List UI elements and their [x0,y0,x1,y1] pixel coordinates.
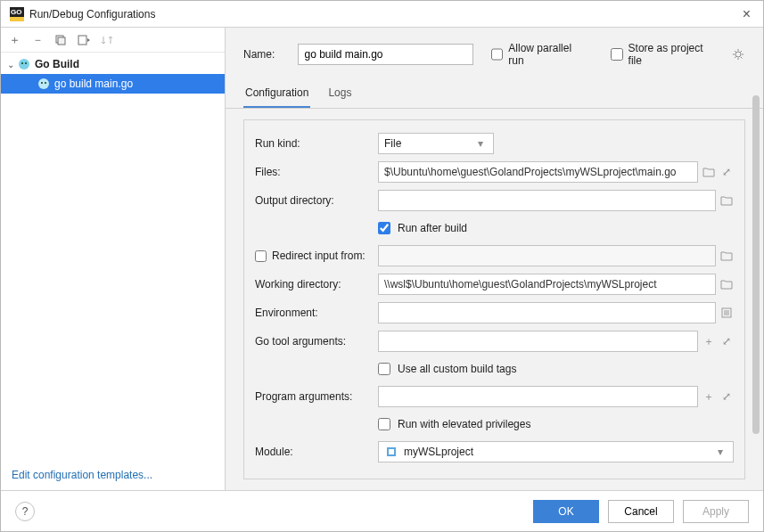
ok-button[interactable]: OK [533,500,599,523]
edit-templates-link[interactable]: Edit configuration templates... [12,469,152,481]
allow-parallel-label: Allow parallel run [508,42,588,67]
chevron-down-icon: ⌄ [4,60,17,70]
tab-logs[interactable]: Logs [326,81,353,108]
working-dir-label: Working directory: [255,278,378,291]
run-elevated-checkbox[interactable] [378,418,390,430]
output-dir-label: Output directory: [255,194,378,207]
tree-group-go-build[interactable]: ⌄ Go Build [1,54,225,74]
run-after-build-label: Run after build [398,222,467,234]
app-icon [10,7,24,21]
cancel-button[interactable]: Cancel [608,500,674,523]
save-config-button[interactable] [76,32,92,48]
svg-point-7 [41,82,43,84]
titlebar: Run/Debug Configurations × [1,1,763,28]
allow-parallel-checkbox[interactable]: Allow parallel run [491,42,589,67]
svg-rect-1 [58,37,65,45]
expand-icon[interactable]: ⤢ [719,334,734,348]
add-config-button[interactable]: ＋ [6,32,22,48]
close-icon[interactable]: × [739,6,754,22]
svg-rect-15 [389,449,394,454]
folder-icon[interactable] [702,165,716,179]
svg-rect-2 [78,36,86,45]
run-after-build-checkbox[interactable] [378,222,390,234]
redirect-input-checkbox[interactable] [255,250,267,262]
module-value: myWSLproject [404,446,473,458]
store-project-checkbox-input[interactable] [611,48,623,61]
run-kind-select[interactable]: File ▾ [378,133,494,154]
apply-button[interactable]: Apply [683,500,749,523]
folder-icon[interactable] [719,277,734,291]
chevron-down-icon: ▾ [473,136,488,151]
dialog-footer: ? OK Cancel Apply [1,490,763,531]
files-input[interactable] [378,161,698,183]
svg-point-8 [45,82,46,84]
sidebar: ＋ － ⌄ Go Build [1,28,226,490]
use-custom-tags-label: Use all custom build tags [398,363,516,375]
module-select[interactable]: myWSLproject ▾ [378,441,734,462]
tree-item-label: go build main.go [54,78,133,90]
dialog-title: Run/Debug Configurations [29,8,739,20]
allow-parallel-checkbox-input[interactable] [491,48,504,61]
name-label: Name: [243,48,289,61]
main-panel: Name: Allow parallel run Store as projec… [226,28,763,490]
tab-configuration[interactable]: Configuration [243,81,310,108]
plus-icon[interactable]: ＋ [702,334,716,348]
tree-group-label: Go Build [35,58,79,70]
program-args-label: Program arguments: [255,390,378,403]
gear-icon[interactable] [731,47,745,61]
remove-config-button[interactable]: － [29,32,45,48]
env-input[interactable] [378,302,716,323]
program-args-input[interactable] [378,386,698,407]
svg-point-4 [21,62,23,64]
folder-icon[interactable] [719,249,734,263]
expand-icon[interactable]: ⤢ [719,389,734,404]
top-row: Name: Allow parallel run Store as projec… [226,28,763,76]
config-panel: Run kind: File ▾ Files: [243,119,745,479]
list-icon[interactable] [719,306,734,320]
tab-bar: Configuration Logs [226,81,763,109]
run-kind-label: Run kind: [255,137,378,150]
redirect-input-label: Redirect input from: [272,250,366,262]
go-build-icon [17,57,31,71]
store-project-checkbox[interactable]: Store as project file [611,42,719,67]
redirect-input-field[interactable] [378,245,716,266]
plus-icon[interactable]: ＋ [702,389,716,404]
svg-point-9 [735,52,741,57]
store-project-label: Store as project file [628,42,719,67]
svg-point-6 [38,78,49,89]
scrollbar-thumb[interactable] [752,95,760,434]
run-elevated-label: Run with elevated privileges [398,418,530,430]
help-button[interactable]: ? [15,502,35,521]
config-tree: ⌄ Go Build go build main.go [1,53,225,460]
module-icon [384,445,398,459]
copy-config-button[interactable] [53,32,69,48]
sort-config-button[interactable] [99,32,115,48]
expand-icon[interactable]: ⤢ [719,165,734,179]
sidebar-toolbar: ＋ － [1,28,225,53]
name-input[interactable] [298,44,472,65]
folder-icon[interactable] [719,193,734,208]
chevron-down-icon: ▾ [713,445,727,459]
env-label: Environment: [255,307,378,319]
go-tool-args-input[interactable] [378,331,698,352]
run-kind-value: File [384,137,401,150]
run-debug-config-dialog: Run/Debug Configurations × ＋ － ⌄ [0,0,764,532]
module-label: Module: [255,446,378,458]
working-dir-input[interactable] [378,274,716,295]
use-custom-tags-checkbox[interactable] [378,363,390,375]
svg-point-5 [25,62,27,64]
output-dir-input[interactable] [378,190,716,211]
tree-item-go-build-main[interactable]: go build main.go [1,74,225,94]
go-tool-args-label: Go tool arguments: [255,335,378,348]
go-build-icon [37,77,51,91]
scrollbar[interactable] [752,95,760,470]
files-label: Files: [255,166,378,178]
svg-point-3 [19,59,29,70]
